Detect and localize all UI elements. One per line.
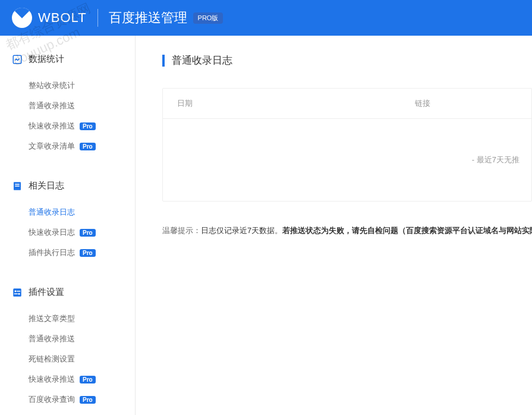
svg-rect-3: [15, 186, 20, 187]
sidebar: 数据统计 整站收录统计 普通收录推送 快速收录推送 Pro 文章收录清单 Pro: [0, 36, 136, 415]
header-divider: [97, 9, 98, 27]
svg-rect-7: [17, 291, 20, 292]
table-header-row: 日期 链接: [163, 89, 531, 119]
sidebar-item-normal-log[interactable]: 普通收录日志: [29, 202, 135, 222]
sidebar-item-push-type[interactable]: 推送文章类型: [29, 309, 135, 329]
nav-item-label: 整站收录统计: [29, 80, 75, 91]
sidebar-item-fast-push[interactable]: 快速收录推送 Pro: [29, 116, 135, 136]
sidebar-item-article-list[interactable]: 文章收录清单 Pro: [29, 136, 135, 156]
sidebar-item-plugin-log[interactable]: 插件执行日志 Pro: [29, 243, 135, 263]
nav-section-header-logs[interactable]: 相关日志: [12, 180, 135, 191]
sidebar-item-site-stats[interactable]: 整站收录统计: [29, 76, 135, 96]
pro-badge: Pro: [80, 229, 96, 237]
pro-badge: Pro: [80, 143, 96, 150]
settings-icon: [12, 287, 23, 298]
sidebar-item-fast-push-set[interactable]: 快速收录推送 Pro: [29, 369, 135, 389]
nav-item-label: 快速收录推送: [29, 374, 75, 385]
nav-section-settings: 插件设置 推送文章类型 普通收录推送 死链检测设置 快速收录推送 Pro 百度收…: [12, 287, 135, 415]
pro-badge: Pro: [80, 396, 96, 404]
nav-section-header-settings[interactable]: 插件设置: [12, 287, 135, 298]
svg-rect-8: [14, 293, 18, 294]
nav-item-label: 普通收录推送: [29, 334, 75, 344]
table-col-link: 链接: [415, 98, 517, 109]
nav-section-title: 数据统计: [29, 54, 64, 65]
main-content: 普通收录日志 日期 链接 - 最近7天无推 温馨提示：日志仅记录近7天数据。若推…: [136, 36, 532, 415]
footer-tip: 温馨提示：日志仅记录近7天数据。若推送状态为失败，请先自检问题（百度搜索资源平台…: [162, 225, 532, 236]
nav-section-stats: 数据统计 整站收录统计 普通收录推送 快速收录推送 Pro 文章收录清单 Pro: [12, 54, 135, 156]
table-col-date: 日期: [177, 98, 415, 109]
svg-point-6: [18, 293, 20, 294]
nav-item-label: 快速收录推送: [29, 121, 75, 131]
pro-badge: Pro: [80, 122, 96, 130]
page-title-header: 百度推送管理: [109, 9, 187, 27]
pro-badge: Pro: [80, 376, 96, 383]
nav-item-label: 普通收录日志: [29, 207, 75, 218]
sidebar-item-baidu-query[interactable]: 百度收录查询 Pro: [29, 389, 135, 410]
nav-item-label: 文章收录清单: [29, 141, 75, 152]
page-title-block: 普通收录日志: [162, 54, 532, 67]
nav-section-logs: 相关日志 普通收录日志 快速收录日志 Pro 插件执行日志 Pro: [12, 180, 135, 263]
app-header: WBOLT 百度推送管理 PRO版: [0, 0, 532, 36]
document-icon: [12, 181, 23, 191]
nav-item-label: 普通收录推送: [29, 100, 75, 111]
nav-item-label: 百度收录查询: [29, 394, 75, 405]
logo-icon: [12, 8, 32, 28]
svg-rect-2: [15, 184, 20, 185]
logo-text: WBOLT: [38, 10, 87, 26]
sidebar-item-fast-log[interactable]: 快速收录日志 Pro: [29, 222, 135, 243]
sidebar-item-normal-push[interactable]: 普通收录推送: [29, 96, 135, 116]
tip-text2: 若推送状态为失败，请先自检问题（百度搜索资源平台认证域名与网站实际: [282, 226, 532, 235]
nav-section-title: 插件设置: [29, 287, 64, 298]
chart-icon: [12, 54, 23, 65]
tip-label: 温馨提示：: [162, 226, 201, 235]
table-empty-state: - 最近7天无推: [163, 119, 531, 201]
pro-badge-header: PRO版: [193, 12, 223, 24]
sidebar-item-deadlink[interactable]: 死链检测设置: [29, 349, 135, 369]
logo: WBOLT: [12, 8, 87, 28]
nav-item-label: 插件执行日志: [29, 247, 75, 258]
nav-item-label: 快速收录日志: [29, 227, 75, 238]
pro-badge: Pro: [80, 249, 96, 257]
log-table: 日期 链接 - 最近7天无推: [162, 88, 532, 202]
tip-text1: 日志仅记录近7天数据。: [201, 226, 282, 235]
sidebar-item-bing-push[interactable]: Bing推送设置: [29, 410, 135, 415]
title-accent-bar: [162, 55, 165, 67]
svg-point-5: [15, 290, 17, 292]
page-title-text: 普通收录日志: [172, 54, 232, 67]
nav-section-header-stats[interactable]: 数据统计: [12, 54, 135, 65]
nav-item-label: 推送文章类型: [29, 313, 75, 324]
sidebar-item-normal-push-set[interactable]: 普通收录推送: [29, 329, 135, 349]
nav-section-title: 相关日志: [29, 180, 64, 191]
svg-rect-4: [13, 288, 21, 297]
nav-item-label: 死链检测设置: [29, 354, 75, 364]
